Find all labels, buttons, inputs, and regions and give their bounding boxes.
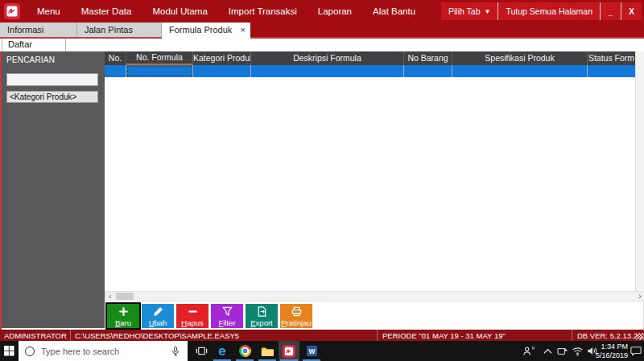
tab-strip: Informasi Jalan Pintas Formula Produk × [0, 23, 644, 37]
scrollbar-thumb[interactable] [116, 293, 134, 300]
menu-item-menu[interactable]: Menu [27, 0, 71, 23]
tab-formula-produk[interactable]: Formula Produk × [162, 23, 250, 39]
start-button[interactable] [0, 341, 19, 361]
cell-status-form[interactable] [588, 65, 635, 77]
hapus-label: Hapus [181, 318, 203, 327]
tutup-semua-halaman-button[interactable]: Tutup Semua Halaman [497, 2, 600, 20]
minimize-button[interactable]: _ [600, 2, 621, 20]
column-header-kategori-produk[interactable]: Kategori Produk [193, 51, 251, 65]
column-header-no-barang[interactable]: No Barang [404, 51, 452, 65]
close-button[interactable]: X [621, 2, 642, 20]
hapus-button[interactable]: Hapus [176, 304, 208, 328]
tab-informasi[interactable]: Informasi [0, 23, 77, 37]
main-content: PENCARIAN <Kategori Produk> No. No. Form… [0, 51, 644, 330]
svg-text:W: W [308, 347, 315, 355]
baru-button[interactable]: Baru [107, 304, 139, 328]
menu-bar: Menu Master Data Modul Utama Import Tran… [0, 0, 644, 23]
column-header-no-formula[interactable]: No. Formula [126, 51, 193, 65]
status-db-version: DB VER: 5.2.13.2035 [577, 331, 644, 340]
column-header-no[interactable]: No. [105, 51, 126, 65]
export-label: Export [250, 318, 272, 327]
printer-icon [291, 306, 303, 318]
plus-icon [118, 306, 130, 318]
resize-grip[interactable] [636, 333, 643, 340]
file-explorer-taskbar-button[interactable] [257, 341, 278, 361]
cell-no-barang[interactable] [404, 65, 452, 77]
windows-taskbar: Type here to search e [0, 341, 644, 361]
people-icon: R [522, 346, 535, 357]
minus-icon [187, 306, 199, 318]
export-button[interactable]: Export [246, 304, 278, 328]
people-button[interactable]: R [520, 341, 536, 361]
status-file-path: C:\USERS\REDHO\DESKTOP\SAMPLE.EASY5 [75, 331, 239, 340]
cell-kategori-produk[interactable] [193, 65, 251, 77]
action-center-button[interactable] [629, 341, 643, 361]
app-logo-icon [4, 3, 20, 19]
subtab-row: Daftar [0, 37, 644, 51]
windows-ink-button[interactable] [555, 341, 570, 361]
easy-app-icon [283, 345, 295, 358]
taskbar-search-box[interactable]: Type here to search [19, 341, 188, 361]
task-view-icon [196, 345, 208, 357]
search-sidebar: PENCARIAN <Kategori Produk> [2, 51, 105, 328]
scroll-right-icon[interactable]: › [635, 292, 644, 301]
menu-item-import-transaksi[interactable]: Import Transaksi [218, 0, 308, 23]
menu-item-laporan[interactable]: Laporan [308, 0, 362, 23]
status-user: ADMINISTRATOR [4, 331, 67, 340]
windows-logo-icon [4, 346, 14, 356]
ubah-label: Ubah [149, 318, 167, 327]
status-periode: PERIODE "01 MAY 19 - 31 MAY 19" [382, 331, 506, 340]
subtab-daftar[interactable]: Daftar [2, 39, 66, 51]
chrome-icon [239, 345, 251, 357]
tab-close-icon[interactable]: × [240, 23, 245, 39]
pratinjau-label: Pratinjau [281, 318, 312, 327]
search-placeholder-text: Type here to search [41, 347, 171, 356]
kategori-produk-select[interactable]: <Kategori Produk> [6, 91, 98, 103]
cell-deskripsi-formula[interactable] [251, 65, 404, 77]
baru-label: Baru [115, 318, 131, 327]
edge-icon: e [218, 344, 225, 358]
filter-button[interactable]: Filter [211, 304, 243, 328]
column-header-spesifikasi-produk[interactable]: Spesifikasi Produk [452, 51, 588, 65]
show-hidden-icons-button[interactable] [541, 341, 554, 361]
word-icon: W [306, 345, 318, 357]
status-separator [572, 330, 572, 341]
cell-no[interactable] [105, 65, 126, 77]
ubah-button[interactable]: Ubah [142, 304, 174, 328]
scroll-left-icon[interactable]: ‹ [105, 292, 115, 301]
window-controls: Pilih Tab ▼ Tutup Semua Halaman _ X [441, 2, 642, 20]
cell-spesifikasi-produk[interactable] [452, 65, 588, 77]
action-center-icon [630, 346, 642, 356]
export-icon [256, 306, 268, 318]
filter-label: Filter [218, 318, 235, 327]
column-header-status-form[interactable]: Status Form [588, 51, 635, 65]
chrome-taskbar-button[interactable] [234, 341, 255, 361]
easy-app-taskbar-button[interactable] [279, 341, 299, 361]
microphone-icon[interactable] [171, 346, 180, 357]
pilih-tab-dropdown[interactable]: Pilih Tab ▼ [441, 2, 497, 20]
tab-jalan-pintas[interactable]: Jalan Pintas [77, 23, 162, 37]
formula-table: No. No. Formula Kategori Produk Deskrips… [105, 51, 635, 291]
horizontal-scrollbar[interactable]: ‹ › [105, 291, 644, 302]
search-input[interactable] [6, 73, 98, 86]
table-header: No. No. Formula Kategori Produk Deskrips… [105, 51, 635, 65]
cortana-icon [25, 347, 35, 356]
taskbar-clock[interactable]: 1:34 PM 5/16/2019 [580, 343, 628, 359]
cell-no-formula-focused[interactable] [126, 65, 193, 77]
menu-item-modul-utama[interactable]: Modul Utama [142, 0, 217, 23]
vertical-scrollbar[interactable] [635, 51, 644, 291]
table-row-selected[interactable] [105, 65, 635, 77]
action-toolbar: Baru Ubah Hapus Filter [107, 304, 312, 329]
menu-item-alat-bantu[interactable]: Alat Bantu [362, 0, 426, 23]
file-explorer-icon [261, 346, 274, 357]
edge-taskbar-button[interactable]: e [212, 341, 233, 361]
column-header-deskripsi-formula[interactable]: Deskripsi Formula [251, 51, 404, 65]
word-taskbar-button[interactable]: W [301, 341, 322, 361]
clock-time: 1:34 PM [580, 343, 628, 351]
task-view-button[interactable] [191, 341, 212, 361]
pratinjau-button[interactable]: Pratinjau [280, 304, 312, 328]
tab-formula-produk-label: Formula Produk [169, 23, 232, 39]
status-separator [70, 330, 71, 341]
menu-item-master-data[interactable]: Master Data [71, 0, 142, 23]
pencil-icon [152, 306, 164, 318]
